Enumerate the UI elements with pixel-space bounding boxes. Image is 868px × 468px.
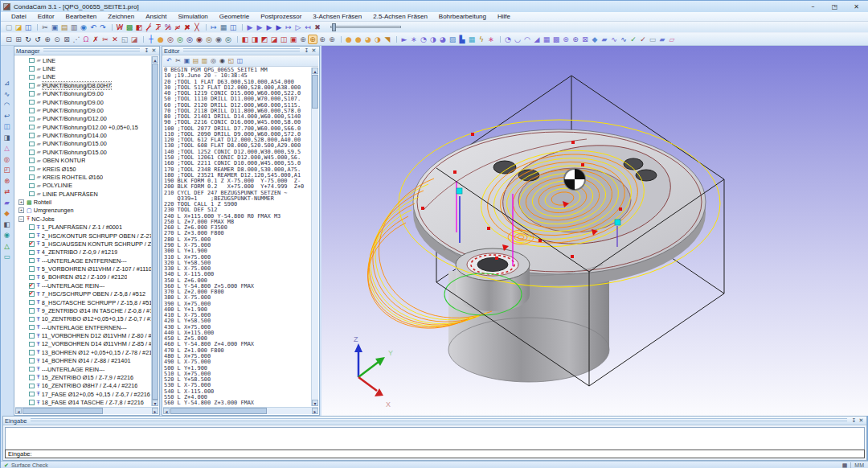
menu-item[interactable]: Bohrbearbeitung xyxy=(433,13,492,20)
tree-checkbox[interactable] xyxy=(29,291,35,297)
wheel-icon[interactable]: ⊛ xyxy=(2,176,12,186)
check-path-icon[interactable]: ✓ xyxy=(628,35,638,44)
tree-checkbox[interactable] xyxy=(29,333,35,339)
tree-item[interactable]: Ŧ 6_BOHREN Ø12 / Z-109 / #2120 xyxy=(15,273,151,281)
mill-grid-icon[interactable]: ▦ xyxy=(542,35,551,44)
sim-restart-icon[interactable]: ↤ xyxy=(303,23,313,32)
tree-item[interactable]: Ŧ ---UNTERLAGE REIN--- xyxy=(15,281,151,289)
tree-item[interactable]: ▰ PUNKT/Bohrung/D8.00H7 xyxy=(15,81,151,89)
zoom-selected-icon[interactable]: ◉ xyxy=(214,35,223,44)
copy-icon[interactable]: ▣ xyxy=(50,23,59,32)
tree-checkbox[interactable] xyxy=(29,241,35,247)
tree-item[interactable]: Ŧ 13_BOHREN Ø12 +0,05+0,15 / Z-78 / #211 xyxy=(15,348,151,356)
probe-1-icon[interactable]: ● xyxy=(344,35,354,44)
tree-item[interactable]: Ŧ 11_VORBOHREN D12 Ø11VHM / Z-80 / #1 xyxy=(15,331,151,339)
menu-item[interactable]: 3-Achsen Fräsen xyxy=(307,13,367,20)
tree-item[interactable]: ▰ KREIS ROHTEIL Ø160 xyxy=(15,173,151,181)
tree-checkbox[interactable] xyxy=(29,317,35,322)
hide-wireframe-icon[interactable]: W xyxy=(115,23,125,32)
mill-spiral-icon[interactable]: ◠ xyxy=(522,35,532,44)
view-back-icon[interactable]: ◨ xyxy=(250,35,260,44)
center-view-icon[interactable]: ⊕ xyxy=(43,35,52,44)
probe-3-icon[interactable]: ◕ xyxy=(363,35,373,44)
tree-item[interactable]: ▢ Umgrenzungen xyxy=(15,207,151,215)
tree-item[interactable]: ▰ PUNKT/Bohrung/D9.00 xyxy=(15,98,151,106)
sim-step-icon[interactable]: ▷ xyxy=(293,23,303,32)
chart-bars-icon[interactable]: ▙ xyxy=(457,35,467,44)
editor-undo-icon[interactable]: ↶ xyxy=(165,57,174,66)
mill-slope-icon[interactable]: ◆ xyxy=(590,35,600,44)
editor-pin-icon[interactable]: ↧ xyxy=(303,47,310,55)
tree-item[interactable]: Ŧ 9_ZENTRIBO Ø14 IN TASCHE / Z-0,8 / #12 xyxy=(15,306,151,314)
tree-item[interactable]: ▰ POLYLINIE xyxy=(15,182,151,190)
view-iso-2-icon[interactable]: ⊕ xyxy=(308,35,317,44)
tree-checkbox[interactable] xyxy=(29,83,35,88)
tree-checkbox[interactable] xyxy=(29,174,35,180)
tree-expander[interactable] xyxy=(18,207,24,213)
hide-solid-icon[interactable]: ◧ xyxy=(134,23,144,32)
tree-item[interactable]: ▰ PUNKT/Bohrung/D9.00 xyxy=(15,90,151,98)
scroll-up-icon[interactable]: ▴ xyxy=(312,68,318,74)
view-iso-3-icon[interactable]: ⊕ xyxy=(317,35,327,44)
tree-item[interactable]: Ŧ 1_PLANFRÄSEN / Z-1 / #0001 xyxy=(15,224,151,232)
tree-checkbox[interactable] xyxy=(29,300,35,306)
tree-checkbox[interactable] xyxy=(29,100,35,105)
view-iso-1-icon[interactable]: ⊕ xyxy=(298,35,308,44)
tree-item[interactable]: Ŧ 5_VORBOHREN Ø11VHM / Z-107 / #1110 xyxy=(15,265,151,273)
tree-item[interactable]: ▰ PUNKT/Bohrung/D14.00 xyxy=(15,131,151,139)
tree-checkbox[interactable] xyxy=(29,108,35,113)
sim-half-icon[interactable]: ◑ xyxy=(428,35,438,44)
eingabe-pin-icon[interactable]: ↧ xyxy=(850,417,858,425)
editor-find-icon[interactable]: ◎ xyxy=(209,57,218,66)
sim-speed-slider[interactable] xyxy=(330,26,401,28)
sketch-line-icon[interactable]: ⊿ xyxy=(2,78,12,88)
tree-item[interactable]: ▰ KREIS Ø150 xyxy=(15,165,151,173)
tree-checkbox[interactable] xyxy=(29,125,35,130)
drop-icon[interactable]: ◆ xyxy=(2,208,12,218)
tree-item[interactable]: ▰ PUNKT/Bohrung/D15.00 xyxy=(15,140,151,148)
menu-item[interactable]: 2.5-Achsen Fräsen xyxy=(367,13,433,20)
probe-5-icon[interactable]: ◥ xyxy=(383,35,392,44)
menu-item[interactable]: Postprozessor xyxy=(255,13,307,20)
editor-cut-icon[interactable]: ✂ xyxy=(174,57,182,66)
transform-icon[interactable]: ◨ xyxy=(2,133,12,142)
hide-path-icon[interactable]: ≈ xyxy=(173,23,182,32)
rotate-cw-icon[interactable]: ↻ xyxy=(23,35,33,44)
sim-play-faster-icon[interactable]: ▶ xyxy=(264,23,274,32)
zoom-fit-icon[interactable]: ◉ xyxy=(194,35,204,44)
break-icon[interactable]: ✕ xyxy=(110,35,120,44)
restore-button[interactable]: ◳ xyxy=(824,1,845,12)
menu-item[interactable]: Simulation xyxy=(172,13,213,20)
tree-item[interactable]: Ŧ ---UNTERLAGE REIN--- xyxy=(15,365,151,373)
sim-quarter-icon[interactable]: ◔ xyxy=(419,35,428,44)
scroll-up-icon[interactable]: ▴ xyxy=(152,56,158,63)
hide-dimension-icon[interactable]: % xyxy=(163,23,173,32)
arrows-red-icon[interactable]: ⇄ xyxy=(2,187,12,196)
circle-teal-icon[interactable]: ◉ xyxy=(2,230,12,240)
cube-dark-icon[interactable]: ◧ xyxy=(2,220,12,229)
probe-4-icon[interactable]: ◑ xyxy=(373,35,383,44)
mill-face-icon[interactable]: ▰ xyxy=(600,35,609,44)
manager-vthumb[interactable] xyxy=(152,64,158,400)
tree-item[interactable]: Ŧ ---UNTERLAGE ENTFERNEN--- xyxy=(15,257,151,265)
sim-full-icon[interactable]: ◕ xyxy=(438,35,448,44)
tree-checkbox[interactable] xyxy=(29,283,35,289)
snap-point-icon[interactable]: ⊠ xyxy=(62,35,72,44)
tree-item[interactable]: Ŧ 10_ZENTRIBO Ø12+0,05+0,15 / Z-0,7 / #1… xyxy=(15,315,151,323)
view-bottom-icon[interactable]: ▣ xyxy=(289,35,298,44)
redo-icon[interactable]: ↷ xyxy=(98,23,108,32)
tree-checkbox[interactable] xyxy=(29,358,35,363)
close-button[interactable]: ✕ xyxy=(845,1,867,12)
zoom-out-icon[interactable]: ◎ xyxy=(175,35,185,44)
sim-material-icon[interactable]: ► xyxy=(399,35,409,44)
editor-paste-icon[interactable]: ▤ xyxy=(191,57,200,66)
scroll-left-icon[interactable]: ◂ xyxy=(15,408,22,414)
box-red-icon[interactable]: ◰ xyxy=(2,165,12,174)
editor-header[interactable]: Editor ↧ ✕ xyxy=(162,47,319,55)
save-nc-icon[interactable]: ◫ xyxy=(228,23,238,32)
sim-play-fast-icon[interactable]: ▶ xyxy=(255,23,264,32)
tree-item[interactable]: Ŧ 18_FASE Ø14 TASCHE / Z-7,8 / #2216 xyxy=(15,398,151,406)
note-icon[interactable]: ◱ xyxy=(120,35,129,44)
mill-wave-icon[interactable]: ∿ xyxy=(609,35,619,44)
brush-icon[interactable]: ▰ xyxy=(2,198,12,207)
